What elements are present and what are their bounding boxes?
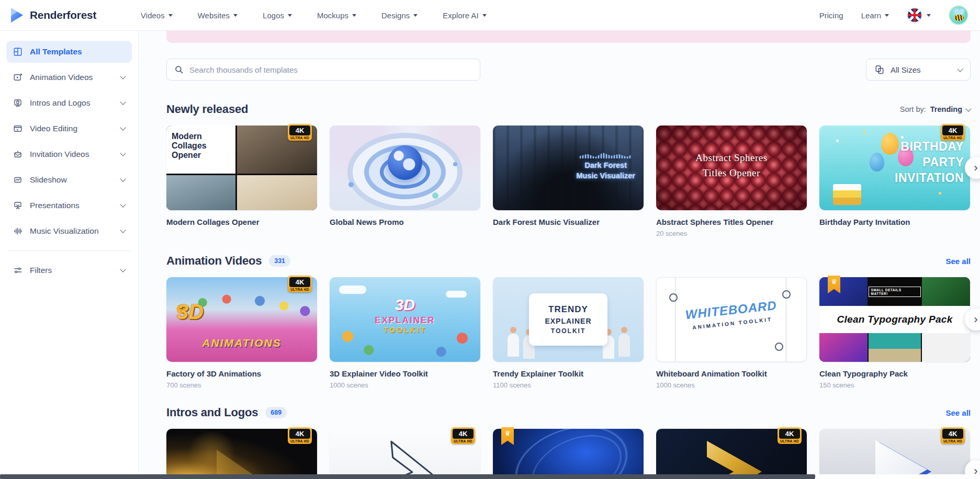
template-title: Clean Typography Pack bbox=[819, 369, 970, 378]
4k-badge: 4KULTRA HD bbox=[451, 427, 475, 444]
chevron-down-icon bbox=[120, 124, 126, 130]
horizontal-scrollbar[interactable] bbox=[0, 474, 980, 479]
4k-badge: 4KULTRA HD bbox=[288, 124, 312, 141]
intro-logo-icon bbox=[13, 98, 22, 108]
template-card[interactable]: Renderforest ♛ bbox=[493, 429, 644, 479]
scrollbar-thumb[interactable] bbox=[0, 474, 815, 479]
sidebar-item-intros-and-logos[interactable]: Intros and Logos bbox=[6, 92, 132, 114]
thumb-text: TRENDY EXPLAINER TOOLKIT bbox=[529, 293, 607, 346]
template-thumbnail[interactable]: Abstract Spheres Titles Opener bbox=[656, 126, 807, 210]
nav-learn[interactable]: Learn bbox=[861, 11, 889, 20]
template-card[interactable]: SMALL DETAILS MATTER! Clean Typography P… bbox=[819, 277, 970, 389]
template-scenes-count: 700 scenes bbox=[166, 381, 317, 389]
template-thumbnail[interactable]: 4KULTRA HD bbox=[166, 429, 317, 479]
template-thumbnail[interactable]: 4KULTRA HD bbox=[656, 429, 807, 479]
4k-badge: 4KULTRA HD bbox=[288, 276, 312, 292]
sidebar-item-slideshow[interactable]: Slideshow bbox=[6, 169, 132, 191]
thumb-text: Dark Forest Music Visualizer bbox=[576, 153, 635, 181]
newly-released-row: Modern Collages Opener 4KULTRA HD Modern… bbox=[166, 126, 971, 237]
see-all-link[interactable]: See all bbox=[945, 257, 971, 266]
play-logo-icon bbox=[8, 7, 25, 24]
equalizer-graphic bbox=[580, 153, 632, 158]
template-title: Factory of 3D Animations bbox=[166, 369, 317, 378]
template-card[interactable]: 3D ANIMATIONS 4KULTRA HD Factory of 3D A… bbox=[166, 277, 317, 389]
template-thumbnail[interactable]: Modern Collages Opener 4KULTRA HD bbox=[166, 126, 317, 210]
sidebar-item-animation-videos[interactable]: Animation Videos bbox=[6, 66, 132, 88]
see-all-link[interactable]: See all bbox=[945, 408, 971, 417]
equalizer-icon bbox=[13, 226, 22, 236]
nav-designs[interactable]: Designs bbox=[381, 11, 418, 20]
main-content: All Sizes Newly released Sort by: Trendi… bbox=[139, 30, 980, 479]
template-thumbnail[interactable]: 4KULTRA HD bbox=[330, 429, 480, 479]
template-thumbnail[interactable]: Renderforest ♛ bbox=[493, 429, 644, 479]
brand-name: Renderforest bbox=[30, 9, 96, 21]
nav-logos[interactable]: Logos bbox=[263, 11, 292, 20]
template-thumbnail[interactable]: SMALL DETAILS MATTER! Clean Typography P… bbox=[819, 277, 970, 362]
template-card[interactable]: Dark Forest Music Visualizer Dark Forest… bbox=[493, 126, 644, 237]
section-title: Newly released bbox=[166, 102, 248, 116]
gold-triangle-graphic bbox=[693, 438, 771, 479]
filters-sliders-icon bbox=[13, 266, 22, 275]
template-card[interactable]: WHITEBOARD ANIMATION TOOLKIT Whiteboard … bbox=[656, 277, 807, 389]
invitation-envelope-icon bbox=[13, 150, 22, 159]
search-row: All Sizes bbox=[166, 59, 971, 81]
template-title: Dark Forest Music Visualizer bbox=[493, 218, 644, 226]
template-card[interactable]: Modern Collages Opener 4KULTRA HD Modern… bbox=[166, 126, 317, 237]
chevron-down-icon bbox=[120, 201, 126, 207]
sort-label: Sort by: bbox=[900, 105, 926, 113]
template-thumbnail[interactable]: BIRTHDAY PARTY INVITATION 4KULTRA HD bbox=[819, 126, 970, 210]
thumb-text: Clean Typography Pack bbox=[837, 314, 953, 325]
user-avatar[interactable] bbox=[949, 5, 968, 25]
template-thumbnail[interactable]: WHITEBOARD ANIMATION TOOLKIT bbox=[656, 277, 807, 362]
template-thumbnail[interactable]: TRENDY EXPLAINER TOOLKIT bbox=[493, 277, 644, 362]
sidebar-item-invitation-videos[interactable]: Invitation Videos bbox=[6, 143, 132, 165]
template-card[interactable]: Abstract Spheres Titles Opener Abstract … bbox=[656, 126, 807, 237]
template-thumbnail[interactable]: 3D EXPLAINER TOOLKIT bbox=[330, 277, 480, 362]
section-title: Animation Videos bbox=[166, 254, 262, 268]
presentation-board-icon bbox=[13, 201, 22, 210]
language-selector[interactable] bbox=[907, 7, 931, 23]
sidebar: All Templates Animation Videos Intros an… bbox=[0, 30, 139, 479]
template-card[interactable]: 3D EXPLAINER TOOLKIT 3D Explainer Video … bbox=[330, 277, 480, 389]
template-title: Whiteboard Animation Toolkit bbox=[656, 369, 807, 378]
search-box bbox=[166, 59, 480, 81]
slideshow-icon bbox=[13, 175, 22, 185]
nav-pricing[interactable]: Pricing bbox=[819, 11, 843, 20]
template-thumbnail[interactable]: 3D ANIMATIONS 4KULTRA HD bbox=[166, 277, 317, 362]
caret-down-icon bbox=[413, 14, 418, 19]
search-icon bbox=[174, 65, 184, 74]
nav-websites[interactable]: Websites bbox=[198, 11, 238, 20]
chevron-down-icon bbox=[120, 176, 126, 181]
caret-down-icon bbox=[168, 14, 173, 19]
search-input[interactable] bbox=[189, 65, 472, 74]
template-thumbnail[interactable]: 4KULTRA HD bbox=[819, 429, 970, 479]
template-card[interactable]: 4KULTRA HD bbox=[819, 429, 970, 479]
count-badge: 331 bbox=[269, 255, 290, 267]
sidebar-item-presentations[interactable]: Presentations bbox=[6, 195, 132, 216]
renderforest-logo[interactable]: Renderforest bbox=[0, 7, 96, 24]
promo-banner-partial[interactable] bbox=[166, 30, 971, 43]
template-card[interactable]: 4KULTRA HD bbox=[330, 429, 480, 479]
template-thumbnail[interactable]: Dark Forest Music Visualizer bbox=[493, 126, 644, 210]
thumb-text: BIRTHDAY PARTY INVITATION bbox=[895, 139, 964, 186]
chevron-down-icon bbox=[120, 150, 126, 156]
template-thumbnail[interactable] bbox=[330, 126, 480, 210]
nav-videos[interactable]: Videos bbox=[141, 11, 173, 20]
template-card[interactable]: 4KULTRA HD bbox=[656, 429, 807, 479]
nav-explore-ai[interactable]: Explore AI bbox=[443, 11, 486, 20]
template-card[interactable]: TRENDY EXPLAINER TOOLKIT Trendy Explaine… bbox=[493, 277, 644, 389]
thumb-text: Abstract Spheres Titles Opener bbox=[656, 151, 807, 180]
template-card[interactable]: 4KULTRA HD bbox=[166, 429, 317, 479]
sidebar-item-music-visualization[interactable]: Music Visualization bbox=[6, 220, 132, 242]
sort-dropdown[interactable]: Sort by: Trending bbox=[900, 105, 971, 113]
size-filter-dropdown[interactable]: All Sizes bbox=[866, 59, 971, 81]
sidebar-item-video-editing[interactable]: Video Editing bbox=[6, 118, 132, 140]
count-badge: 689 bbox=[265, 407, 287, 418]
navbar-right: Pricing Learn bbox=[819, 5, 980, 25]
template-scenes-count: 1000 scenes bbox=[656, 381, 807, 389]
template-card[interactable]: BIRTHDAY PARTY INVITATION 4KULTRA HD Bir… bbox=[819, 126, 970, 237]
template-card[interactable]: Global News Promo bbox=[330, 126, 480, 237]
sidebar-item-all-templates[interactable]: All Templates bbox=[6, 41, 132, 63]
sidebar-filters[interactable]: Filters bbox=[6, 259, 132, 281]
nav-mockups[interactable]: Mockups bbox=[317, 11, 356, 20]
